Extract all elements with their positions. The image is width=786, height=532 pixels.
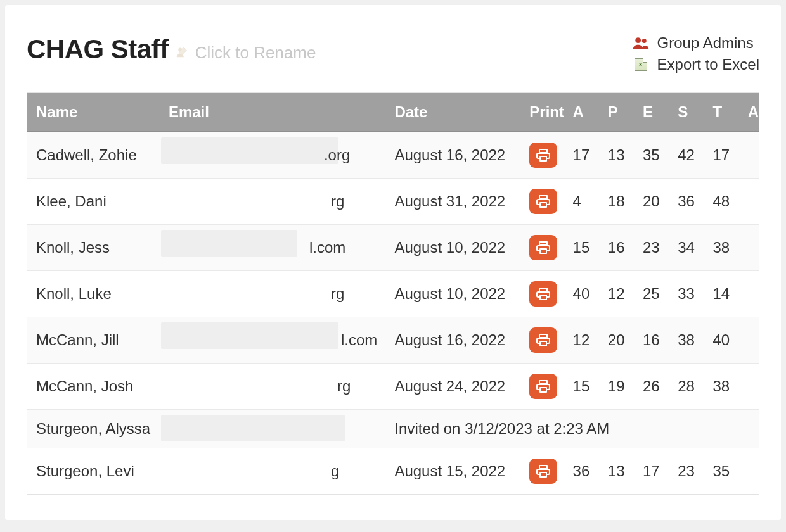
table-row[interactable]: Sturgeon, LevigAugust 15, 20223613172335 bbox=[27, 448, 759, 495]
excel-icon: x bbox=[632, 58, 650, 71]
col-header-t[interactable]: T bbox=[705, 93, 740, 132]
cell-email bbox=[161, 410, 387, 448]
cell-date: August 24, 2022 bbox=[387, 364, 522, 410]
svg-rect-11 bbox=[539, 334, 547, 338]
cell-score-t: 40 bbox=[705, 317, 740, 364]
cell-score-p: 13 bbox=[600, 448, 635, 495]
cell-date: August 10, 2022 bbox=[387, 225, 522, 271]
staff-table: Name Email Date Print A P E S T A Cadwel… bbox=[27, 92, 759, 495]
printer-icon bbox=[536, 464, 551, 479]
col-header-name[interactable]: Name bbox=[27, 93, 161, 132]
cell-invited: Invited on 3/12/2023 at 2:23 AM bbox=[387, 410, 759, 448]
print-button[interactable] bbox=[529, 142, 557, 168]
cell-score-e: 17 bbox=[635, 448, 670, 495]
cell-score-a2 bbox=[740, 317, 759, 364]
svg-rect-3 bbox=[539, 149, 547, 153]
cell-score-s: 33 bbox=[670, 271, 705, 317]
cell-email: rg bbox=[161, 271, 387, 317]
svg-rect-4 bbox=[540, 156, 546, 161]
print-button[interactable] bbox=[529, 189, 557, 214]
title-block[interactable]: CHAG Staff Click to Rename bbox=[27, 34, 316, 65]
group-admins-label: Group Admins bbox=[657, 34, 754, 52]
export-excel-link[interactable]: x Export to Excel bbox=[632, 56, 759, 73]
cell-score-e: 35 bbox=[635, 132, 670, 179]
svg-point-1 bbox=[635, 37, 641, 43]
cell-score-p: 19 bbox=[600, 364, 635, 410]
print-button[interactable] bbox=[529, 281, 557, 307]
cell-print bbox=[522, 132, 565, 179]
cell-score-e: 26 bbox=[635, 364, 670, 410]
cell-score-a2 bbox=[740, 271, 759, 317]
group-admins-link[interactable]: Group Admins bbox=[632, 34, 754, 52]
cell-name: Knoll, Jess bbox=[27, 225, 161, 271]
svg-rect-7 bbox=[539, 242, 547, 245]
svg-rect-14 bbox=[540, 388, 546, 392]
cell-score-s: 36 bbox=[670, 179, 705, 225]
cell-date: August 31, 2022 bbox=[387, 179, 522, 225]
cell-score-a: 36 bbox=[565, 448, 600, 495]
print-button[interactable] bbox=[529, 235, 557, 260]
cell-email: .org bbox=[161, 132, 387, 179]
table-row[interactable]: McCann, Jilll.comAugust 16, 202212201638… bbox=[27, 317, 759, 364]
cell-score-p: 12 bbox=[600, 271, 635, 317]
cell-score-t: 17 bbox=[705, 132, 740, 179]
cell-score-t: 38 bbox=[705, 364, 740, 410]
print-button[interactable] bbox=[529, 459, 557, 484]
cell-score-t: 48 bbox=[705, 179, 740, 225]
cell-score-p: 13 bbox=[600, 132, 635, 179]
cell-date: August 10, 2022 bbox=[387, 271, 522, 317]
rename-hint: Click to Rename bbox=[195, 43, 316, 63]
cell-print bbox=[522, 225, 565, 271]
cell-score-a2 bbox=[740, 225, 759, 271]
table-row[interactable]: Cadwell, Zohie.orgAugust 16, 20221713354… bbox=[27, 132, 759, 179]
col-header-p[interactable]: P bbox=[600, 93, 635, 132]
table-header-row: Name Email Date Print A P E S T A bbox=[27, 93, 759, 132]
cell-score-a2 bbox=[740, 364, 759, 410]
cell-score-a2 bbox=[740, 132, 759, 179]
cell-score-p: 16 bbox=[600, 225, 635, 271]
cell-score-s: 34 bbox=[670, 225, 705, 271]
print-button[interactable] bbox=[529, 374, 557, 399]
cell-print bbox=[522, 448, 565, 495]
col-header-date[interactable]: Date bbox=[387, 93, 522, 132]
edit-person-icon bbox=[175, 46, 189, 60]
cell-name: Knoll, Luke bbox=[27, 271, 161, 317]
table-row[interactable]: Klee, DanirgAugust 31, 2022418203648 bbox=[27, 179, 759, 225]
print-button[interactable] bbox=[529, 327, 557, 353]
table-row[interactable]: Sturgeon, AlyssaInvited on 3/12/2023 at … bbox=[27, 410, 759, 448]
cell-score-a: 4 bbox=[565, 179, 600, 225]
page-title: CHAG Staff bbox=[27, 34, 169, 65]
export-excel-label: Export to Excel bbox=[657, 56, 759, 73]
svg-rect-15 bbox=[539, 466, 547, 469]
cell-score-a: 17 bbox=[565, 132, 600, 179]
cell-score-a: 40 bbox=[565, 271, 600, 317]
table-row[interactable]: McCann, JoshrgAugust 24, 20221519262838 bbox=[27, 364, 759, 410]
svg-rect-6 bbox=[540, 203, 546, 207]
cell-score-p: 20 bbox=[600, 317, 635, 364]
col-header-a2[interactable]: A bbox=[740, 93, 759, 132]
people-icon bbox=[632, 36, 650, 50]
svg-rect-12 bbox=[540, 341, 546, 346]
cell-date: August 15, 2022 bbox=[387, 448, 522, 495]
svg-rect-16 bbox=[540, 472, 546, 477]
cell-score-e: 16 bbox=[635, 317, 670, 364]
printer-icon bbox=[536, 379, 551, 394]
col-header-email[interactable]: Email bbox=[161, 93, 387, 132]
cell-score-a: 15 bbox=[565, 364, 600, 410]
cell-name: Klee, Dani bbox=[27, 179, 161, 225]
cell-email: l.com bbox=[161, 317, 387, 364]
col-header-a[interactable]: A bbox=[565, 93, 600, 132]
svg-rect-5 bbox=[539, 196, 547, 199]
printer-icon bbox=[536, 240, 551, 255]
cell-score-s: 38 bbox=[670, 317, 705, 364]
col-header-print: Print bbox=[522, 93, 565, 132]
col-header-s[interactable]: S bbox=[670, 93, 705, 132]
cell-email: g bbox=[161, 448, 387, 495]
cell-email: rg bbox=[161, 179, 387, 225]
cell-email: l.com bbox=[161, 225, 387, 271]
cell-print bbox=[522, 364, 565, 410]
table-row[interactable]: Knoll, Jessl.comAugust 10, 2022151623343… bbox=[27, 225, 759, 271]
cell-score-e: 23 bbox=[635, 225, 670, 271]
col-header-e[interactable]: E bbox=[635, 93, 670, 132]
table-row[interactable]: Knoll, LukergAugust 10, 20224012253314 bbox=[27, 271, 759, 317]
